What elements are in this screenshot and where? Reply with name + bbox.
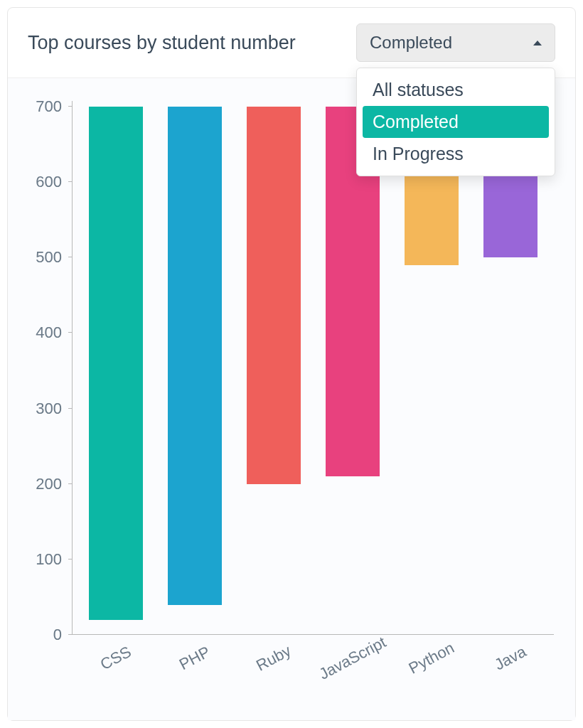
- status-dropdown-selected: Completed: [370, 33, 452, 53]
- y-tick-label: 400: [36, 323, 62, 342]
- y-tick-mark: [68, 483, 73, 484]
- bar: [89, 107, 143, 620]
- status-dropdown: Completed All statuses Completed In Prog…: [356, 23, 555, 62]
- bar-slot: JavaScript: [313, 107, 392, 635]
- x-tick-label: JavaScript: [316, 633, 389, 683]
- y-tick-label: 300: [36, 400, 62, 418]
- bar-slot: PHP: [155, 107, 234, 635]
- status-option-in-progress[interactable]: In Progress: [363, 138, 549, 170]
- y-tick-mark: [68, 559, 73, 560]
- bar: [247, 107, 301, 484]
- bar-slot: Ruby: [234, 107, 313, 635]
- x-tick-label: CSS: [97, 643, 134, 674]
- chart-plot: 0100200300400500600700 CSSPHPRubyJavaScr…: [29, 107, 554, 635]
- bar-slot: Java: [471, 107, 550, 635]
- y-tick-mark: [68, 634, 73, 635]
- y-axis: 0100200300400500600700: [29, 107, 72, 635]
- y-tick-mark: [68, 408, 73, 409]
- x-tick-label: PHP: [176, 643, 213, 674]
- bar-slot: Python: [392, 107, 471, 635]
- y-tick-label: 100: [36, 550, 62, 569]
- status-dropdown-toggle[interactable]: Completed: [356, 23, 555, 62]
- card-header: Top courses by student number Completed …: [8, 8, 575, 78]
- chart-title: Top courses by student number: [28, 32, 296, 54]
- y-tick-label: 600: [36, 173, 62, 191]
- y-tick-mark: [68, 106, 73, 107]
- x-tick-label: Ruby: [253, 641, 294, 675]
- status-dropdown-menu: All statuses Completed In Progress: [356, 68, 555, 176]
- x-tick-label: Python: [405, 638, 457, 678]
- bars-container: CSSPHPRubyJavaScriptPythonJava: [72, 107, 554, 635]
- bar-slot: CSS: [76, 107, 155, 635]
- x-tick-label: Java: [491, 643, 529, 675]
- status-option-all[interactable]: All statuses: [363, 74, 549, 106]
- status-option-completed[interactable]: Completed: [363, 106, 549, 138]
- y-tick-mark: [68, 257, 73, 257]
- y-tick-label: 700: [36, 97, 62, 116]
- y-tick-label: 0: [53, 626, 62, 644]
- y-tick-mark: [68, 181, 73, 182]
- y-tick-label: 500: [36, 248, 62, 267]
- y-tick-mark: [68, 332, 73, 333]
- y-tick-label: 200: [36, 475, 62, 493]
- chevron-up-icon: [533, 41, 542, 46]
- bar: [168, 107, 222, 605]
- chart-card: Top courses by student number Completed …: [7, 7, 576, 721]
